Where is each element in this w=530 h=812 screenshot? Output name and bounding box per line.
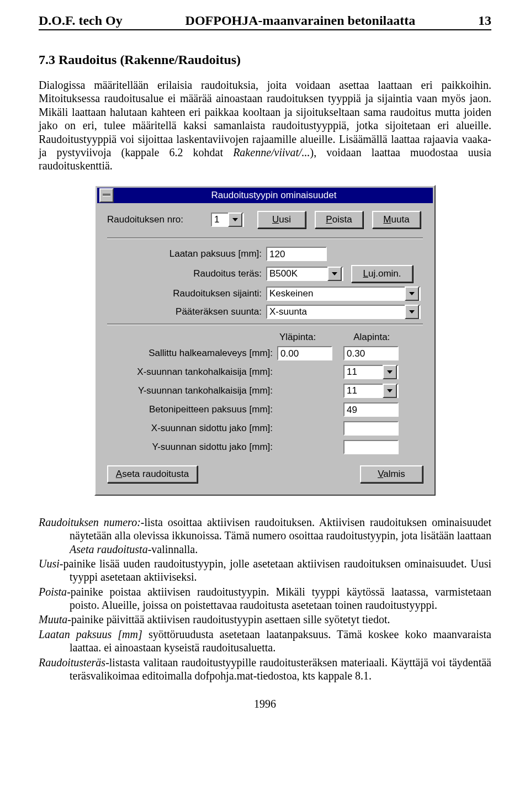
combo-ytk[interactable]: 11 xyxy=(343,384,399,398)
value-ytk: 11 xyxy=(347,385,381,397)
dialog-raudoitus: Raudoitustyypin ominaisuudet Raudoitukse… xyxy=(94,185,436,496)
header-page-number: 13 xyxy=(478,13,491,28)
label-xtk: X-suunnan tankohalkaisija [mm]: xyxy=(107,367,273,378)
combo-suunta[interactable]: X-suunta xyxy=(266,305,421,319)
chevron-down-icon[interactable] xyxy=(327,267,342,281)
value-sijainti: Keskeinen xyxy=(269,288,404,300)
dialog-titlebar: Raudoitustyypin ominaisuudet xyxy=(97,188,433,203)
label-xsj: X-suunnan sidottu jako [mm]: xyxy=(107,423,273,434)
def-poista: Poista-painike poistaa aktiivisen raudoi… xyxy=(39,585,491,612)
label-ytk: Y-suunnan tankohalkaisija [mm]: xyxy=(107,385,273,396)
chevron-down-icon[interactable] xyxy=(228,213,242,227)
value-suunta: X-suunta xyxy=(269,306,404,318)
header-center: DOFPOHJA-maanvarainen betonilaatta xyxy=(123,13,478,28)
label-paksuus: Laatan paksuus [mm]: xyxy=(107,248,262,259)
aseta-raudoitusta-button[interactable]: Aseta raudoitusta xyxy=(107,465,198,483)
chevron-down-icon[interactable] xyxy=(383,365,397,379)
intro-paragraph: Dialogissa määritellään erilaisia raudoi… xyxy=(39,78,491,173)
page-header: D.O.F. tech Oy DOFPOHJA-maanvarainen bet… xyxy=(39,13,491,30)
def-paksuus: Laatan paksuus [mm] syöttöruudusta asete… xyxy=(39,628,491,655)
value-teras: B500K xyxy=(269,268,326,280)
label-bp: Betonipeitteen paksuus [mm]: xyxy=(107,404,273,415)
combo-teras[interactable]: B500K xyxy=(266,267,343,281)
uusi-button[interactable]: Uusi xyxy=(257,211,306,229)
system-menu-icon[interactable] xyxy=(99,188,114,203)
poista-button[interactable]: Poista xyxy=(315,211,363,229)
chevron-down-icon[interactable] xyxy=(405,286,419,301)
combo-raudoitus-nro[interactable]: 1 xyxy=(211,213,244,227)
chevron-down-icon[interactable] xyxy=(405,305,419,319)
label-ysj: Y-suunnan sidottu jako [mm]: xyxy=(107,442,273,453)
combo-xtk[interactable]: 11 xyxy=(343,365,399,379)
label-suunta: Pääteräksen suunta: xyxy=(107,306,262,317)
def-raudoitusteras: Raudoitusteräs-listasta valitaan raudoit… xyxy=(39,656,491,683)
header-alapinta: Alapinta: xyxy=(353,332,390,343)
def-uusi: Uusi-painike lisää uuden raudoitustyypin… xyxy=(39,557,491,584)
intro-text-italic: Rakenne/viivat/... xyxy=(233,146,310,158)
input-paksuus[interactable]: 120 xyxy=(266,247,327,261)
label-raudoitus-nro: Raudoituksen nro: xyxy=(107,214,206,225)
header-ylapinta: Yläpinta: xyxy=(279,332,316,343)
section-title: 7.3 Raudoitus (Rakenne/Raudoitus) xyxy=(39,52,491,67)
def-raudoituksen-numero: Raudoituksen numero:-lista osoittaa akti… xyxy=(39,516,491,556)
input-halk-ala[interactable]: 0.30 xyxy=(343,346,399,360)
input-ysj[interactable] xyxy=(343,440,399,454)
input-xsj[interactable] xyxy=(343,421,399,436)
dialog-title: Raudoitustyypin ominaisuudet xyxy=(117,190,431,201)
label-halkeama: Sallittu halkeamaleveys [mm]: xyxy=(107,348,273,359)
input-bp[interactable]: 49 xyxy=(343,402,399,417)
header-left: D.O.F. tech Oy xyxy=(39,13,123,28)
label-teras: Raudoitus teräs: xyxy=(107,268,262,279)
label-sijainti: Raudoituksen sijainti: xyxy=(107,288,262,299)
combo-sijainti[interactable]: Keskeinen xyxy=(266,286,421,301)
valmis-button[interactable]: Valmis xyxy=(360,465,423,483)
chevron-down-icon[interactable] xyxy=(383,384,397,398)
def-muuta: Muuta-painike päivittää aktiivisen raudo… xyxy=(39,613,491,626)
footer-year: 1996 xyxy=(39,698,491,710)
lujomin-button[interactable]: Luj.omin. xyxy=(351,265,413,283)
input-halk-yla[interactable]: 0.00 xyxy=(277,346,332,360)
value-raudoitus-nro: 1 xyxy=(214,214,227,226)
muuta-button[interactable]: Muuta xyxy=(372,211,421,229)
value-xtk: 11 xyxy=(347,366,381,378)
